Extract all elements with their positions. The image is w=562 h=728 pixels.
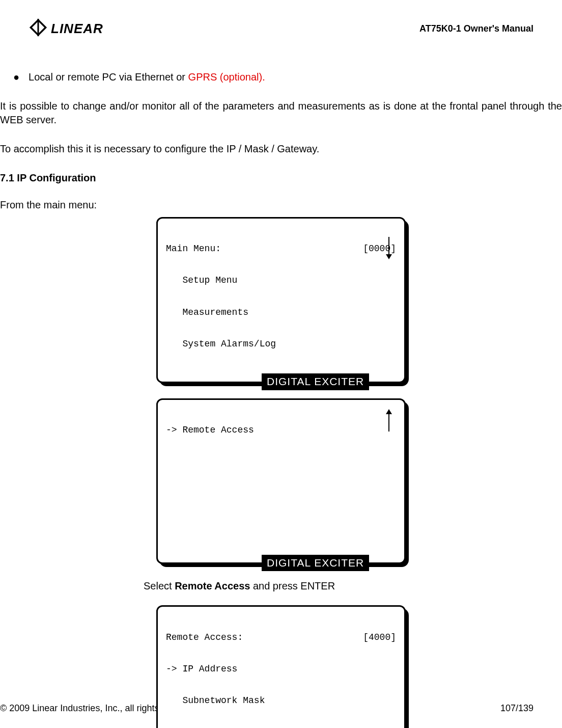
arrow-down-icon bbox=[385, 236, 393, 263]
lcd-line: Subnetwork Mask bbox=[166, 695, 396, 706]
caption-bold: Remote Access bbox=[175, 580, 250, 591]
page-content: ● Local or remote PC via Ethernet or GPR… bbox=[0, 47, 562, 728]
bullet-text: Local or remote PC via Ethernet or GPRS … bbox=[29, 70, 265, 84]
accomplish-paragraph: To accomplish this it is necessary to co… bbox=[0, 142, 562, 156]
lcd-panel-remote-access: Remote Access: [4000] -> IP Address Subn… bbox=[156, 605, 406, 728]
lcd-line: Setup Menu bbox=[166, 275, 396, 286]
brand-logo: LINEAR bbox=[29, 18, 103, 39]
lcd-code: [4000] bbox=[363, 632, 396, 643]
lcd-title: Remote Access: bbox=[166, 632, 243, 643]
page: LINEAR AT75K0-1 Owner's Manual ● Local o… bbox=[0, 0, 562, 728]
brand-name: LINEAR bbox=[51, 21, 103, 37]
lcd-line: -> Remote Access bbox=[166, 425, 396, 436]
panel-label: DIGITAL EXCITER bbox=[262, 555, 369, 571]
svg-marker-4 bbox=[386, 254, 392, 259]
caption-text: and press ENTER bbox=[250, 580, 335, 591]
section-heading: 7.1 IP Configuration bbox=[0, 171, 562, 185]
caption-select-remote: Select Remote Access and press ENTER bbox=[144, 579, 562, 593]
bullet-text-black: Local or remote PC via Ethernet or bbox=[29, 71, 188, 83]
lcd-line: Measurements bbox=[166, 307, 396, 318]
bullet-dot-icon: ● bbox=[13, 72, 19, 82]
lcd-line: System Alarms/Log bbox=[166, 339, 396, 349]
from-main-text: From the main menu: bbox=[0, 198, 562, 212]
svg-rect-2 bbox=[37, 19, 39, 36]
logo-icon bbox=[29, 18, 48, 39]
caption-text: Select bbox=[144, 580, 175, 591]
arrow-up-icon bbox=[385, 409, 393, 436]
lcd-line: -> IP Address bbox=[166, 664, 396, 675]
bullet-item: ● Local or remote PC via Ethernet or GPR… bbox=[0, 70, 562, 84]
lcd-panel-remote-select: -> Remote Access DIGITAL EXCITER bbox=[156, 398, 406, 564]
lcd-title: Main Menu: bbox=[166, 244, 221, 254]
page-header: LINEAR AT75K0-1 Owner's Manual bbox=[0, 10, 562, 47]
footer-page-number: 107/139 bbox=[500, 703, 533, 714]
lcd-panel-main-menu: Main Menu: [0000] Setup Menu Measurement… bbox=[156, 217, 406, 383]
panel-label: DIGITAL EXCITER bbox=[262, 373, 369, 390]
doc-title: AT75K0-1 Owner's Manual bbox=[419, 23, 533, 34]
intro-paragraph: It is possible to change and/or monitor … bbox=[0, 99, 562, 127]
bullet-text-red: GPRS (optional). bbox=[188, 71, 265, 83]
